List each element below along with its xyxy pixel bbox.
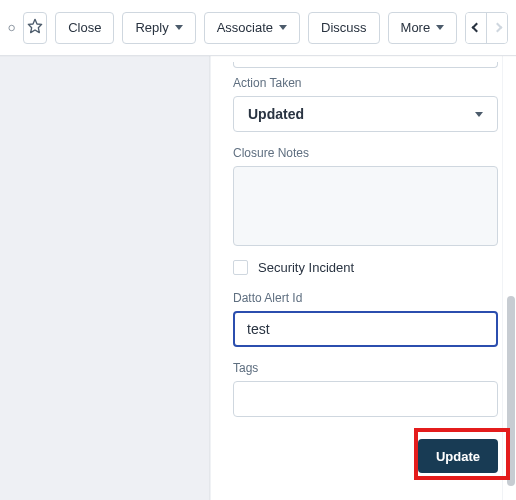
update-button[interactable]: Update: [418, 439, 498, 473]
more-label: More: [401, 20, 431, 35]
security-incident-label: Security Incident: [258, 260, 354, 275]
left-sidebar: [0, 56, 210, 500]
partial-field-above: [233, 62, 498, 68]
close-button[interactable]: Close: [55, 12, 114, 44]
scrollbar-track: [502, 56, 516, 500]
star-button[interactable]: [23, 12, 47, 44]
svg-point-0: [9, 25, 14, 30]
close-label: Close: [68, 20, 101, 35]
nav-next-button[interactable]: [486, 13, 507, 43]
tags-label: Tags: [233, 361, 498, 375]
chevron-down-icon: [475, 112, 483, 117]
datto-alert-id-group: Datto Alert Id: [233, 291, 498, 347]
more-button[interactable]: More: [388, 12, 458, 44]
star-icon: [27, 18, 43, 37]
chevron-right-icon: [492, 23, 502, 33]
reply-label: Reply: [135, 20, 168, 35]
scrollbar-thumb[interactable]: [507, 296, 515, 486]
tags-input[interactable]: [233, 381, 498, 417]
tags-group: Tags: [233, 361, 498, 417]
discuss-label: Discuss: [321, 20, 367, 35]
content-area: Action Taken Updated Closure Notes Secur…: [0, 56, 516, 500]
chevron-down-icon: [436, 25, 444, 30]
associate-label: Associate: [217, 20, 273, 35]
form-footer: Update: [233, 431, 498, 473]
chevron-down-icon: [279, 25, 287, 30]
action-taken-select[interactable]: Updated: [233, 96, 498, 132]
update-button-label: Update: [436, 449, 480, 464]
chevron-left-icon: [471, 23, 481, 33]
action-taken-group: Action Taken Updated: [233, 76, 498, 132]
closure-notes-textarea[interactable]: [233, 166, 498, 246]
action-taken-label: Action Taken: [233, 76, 498, 90]
closure-notes-group: Closure Notes: [233, 146, 498, 246]
closure-notes-label: Closure Notes: [233, 146, 498, 160]
toolbar-leading-icon: [8, 18, 15, 38]
nav-group: [465, 12, 508, 44]
datto-alert-id-label: Datto Alert Id: [233, 291, 498, 305]
security-incident-checkbox[interactable]: [233, 260, 248, 275]
chevron-down-icon: [175, 25, 183, 30]
form-panel: Action Taken Updated Closure Notes Secur…: [210, 56, 516, 500]
reply-button[interactable]: Reply: [122, 12, 195, 44]
discuss-button[interactable]: Discuss: [308, 12, 380, 44]
svg-marker-1: [29, 19, 42, 32]
security-incident-row[interactable]: Security Incident: [233, 260, 498, 275]
action-taken-value: Updated: [248, 106, 304, 122]
datto-alert-id-input[interactable]: [233, 311, 498, 347]
toolbar: Close Reply Associate Discuss More: [0, 0, 516, 56]
nav-prev-button[interactable]: [466, 13, 486, 43]
associate-button[interactable]: Associate: [204, 12, 300, 44]
